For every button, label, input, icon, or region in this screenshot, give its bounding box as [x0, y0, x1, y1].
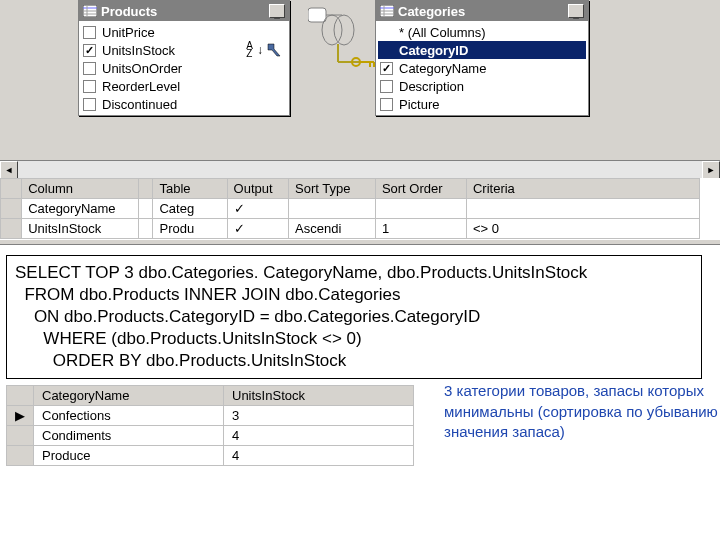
table-fields-products[interactable]: UnitPrice✓UnitsInStockAZ↓UnitsOnOrderReo… [79, 21, 289, 115]
result-cell[interactable]: Condiments [34, 426, 224, 446]
table-title: Products [101, 4, 157, 19]
field-checkbox[interactable] [380, 98, 393, 111]
row-selector[interactable]: ▶ [7, 406, 34, 426]
field-row[interactable]: CategoryID [378, 41, 586, 59]
row-selector[interactable] [1, 199, 22, 219]
row-selector-header[interactable] [1, 179, 22, 199]
table-row[interactable]: ▶Confections3 [7, 406, 414, 426]
field-checkbox[interactable] [83, 62, 96, 75]
result-cell[interactable]: Confections [34, 406, 224, 426]
svg-point-6 [352, 58, 360, 66]
field-checkbox[interactable] [83, 80, 96, 93]
minimize-button[interactable]: _ [568, 4, 584, 18]
scroll-left-button[interactable]: ◄ [0, 161, 18, 179]
column-header[interactable]: Table [153, 179, 227, 199]
grid-cell[interactable]: Produ [153, 219, 227, 239]
field-checkbox[interactable] [380, 80, 393, 93]
column-header[interactable] [138, 179, 153, 199]
field-row[interactable]: ✓CategoryName [378, 59, 586, 77]
row-selector[interactable] [7, 446, 34, 466]
table-title: Categories [398, 4, 465, 19]
column-header[interactable]: Sort Type [289, 179, 376, 199]
scroll-right-button[interactable]: ► [702, 161, 720, 179]
row-selector[interactable] [1, 219, 22, 239]
scroll-track[interactable] [18, 161, 702, 179]
column-header[interactable]: Criteria [466, 179, 699, 199]
table-row[interactable]: Produce4 [7, 446, 414, 466]
diagram-scrollbar[interactable]: ◄ ► [0, 160, 720, 178]
result-cell[interactable]: 4 [224, 426, 414, 446]
field-label: UnitsInStock [102, 43, 246, 58]
result-cell[interactable]: Produce [34, 446, 224, 466]
grid-cell[interactable]: CategoryName [22, 199, 139, 219]
sql-text[interactable]: SELECT TOP 3 dbo.Categories. CategoryNam… [6, 255, 702, 379]
titlebar-products[interactable]: Products _ [79, 1, 289, 21]
table-row[interactable]: Condiments4 [7, 426, 414, 446]
field-checkbox[interactable] [83, 98, 96, 111]
table-icon [380, 5, 394, 17]
field-label: Picture [399, 97, 584, 112]
field-row[interactable]: UnitsOnOrder [81, 59, 287, 77]
grid-cell[interactable] [375, 199, 466, 219]
field-row[interactable]: Description [378, 77, 586, 95]
diagram-pane[interactable]: Products _ UnitPrice✓UnitsInStockAZ↓Unit… [0, 0, 720, 178]
grid-cell[interactable]: ✓ [227, 219, 288, 239]
field-checkbox[interactable] [83, 26, 96, 39]
sort-indicator: AZ↓ [246, 42, 281, 58]
table-fields-categories[interactable]: * (All Columns)CategoryID✓CategoryNameDe… [376, 21, 588, 115]
field-label: ReorderLevel [102, 79, 285, 94]
table-window-categories[interactable]: Categories _ * (All Columns)CategoryID✓C… [375, 0, 589, 116]
column-header[interactable]: UnitsInStock [224, 386, 414, 406]
column-header[interactable]: Output [227, 179, 288, 199]
row-selector[interactable] [7, 426, 34, 446]
field-label: * (All Columns) [399, 25, 584, 40]
field-row[interactable]: Discontinued [81, 95, 287, 113]
table-window-products[interactable]: Products _ UnitPrice✓UnitsInStockAZ↓Unit… [78, 0, 290, 116]
row-selector-header[interactable] [7, 386, 34, 406]
field-checkbox[interactable]: ✓ [83, 44, 96, 57]
field-label: Description [399, 79, 584, 94]
field-label: Discontinued [102, 97, 285, 112]
grid-cell[interactable]: <> 0 [466, 219, 699, 239]
field-label: CategoryName [399, 61, 584, 76]
key-icon [350, 52, 378, 72]
criteria-row[interactable]: UnitsInStockProdu✓Ascendi1<> 0 [1, 219, 700, 239]
table-icon [83, 5, 97, 17]
field-label: UnitsOnOrder [102, 61, 285, 76]
field-row[interactable]: ✓UnitsInStockAZ↓ [81, 41, 287, 59]
field-label: CategoryID [399, 43, 584, 58]
field-row[interactable]: Picture [378, 95, 586, 113]
svg-rect-0 [308, 8, 326, 22]
results-pane: CategoryNameUnitsInStock ▶Confections3Co… [0, 385, 720, 466]
field-label: UnitPrice [102, 25, 285, 40]
criteria-pane[interactable]: ColumnTableOutputSort TypeSort OrderCrit… [0, 178, 720, 239]
grid-cell[interactable]: UnitsInStock [22, 219, 139, 239]
criteria-row[interactable]: CategoryNameCateg✓ [1, 199, 700, 219]
field-row[interactable]: ReorderLevel [81, 77, 287, 95]
column-header[interactable]: Column [22, 179, 139, 199]
column-header[interactable]: CategoryName [34, 386, 224, 406]
titlebar-categories[interactable]: Categories _ [376, 1, 588, 21]
field-checkbox[interactable]: ✓ [380, 62, 393, 75]
grid-cell[interactable]: 1 [375, 219, 466, 239]
results-grid[interactable]: CategoryNameUnitsInStock ▶Confections3Co… [6, 385, 414, 466]
splitter-bar[interactable] [0, 239, 720, 245]
grid-cell[interactable]: Ascendi [289, 219, 376, 239]
grid-cell[interactable] [289, 199, 376, 219]
result-cell[interactable]: 4 [224, 446, 414, 466]
field-row[interactable]: * (All Columns) [378, 23, 586, 41]
criteria-grid[interactable]: ColumnTableOutputSort TypeSort OrderCrit… [0, 178, 700, 239]
grid-cell[interactable] [466, 199, 699, 219]
svg-point-2 [322, 15, 342, 45]
field-row[interactable]: UnitPrice [81, 23, 287, 41]
grid-cell[interactable]: Categ [153, 199, 227, 219]
grid-cell[interactable]: ✓ [227, 199, 288, 219]
column-header[interactable]: Sort Order [375, 179, 466, 199]
result-cell[interactable]: 3 [224, 406, 414, 426]
minimize-button[interactable]: _ [269, 4, 285, 18]
svg-point-3 [334, 15, 354, 45]
annotation-text: 3 категории товаров, запасы которых мини… [444, 381, 718, 442]
grid-cell[interactable] [138, 199, 153, 219]
grid-cell[interactable] [138, 219, 153, 239]
